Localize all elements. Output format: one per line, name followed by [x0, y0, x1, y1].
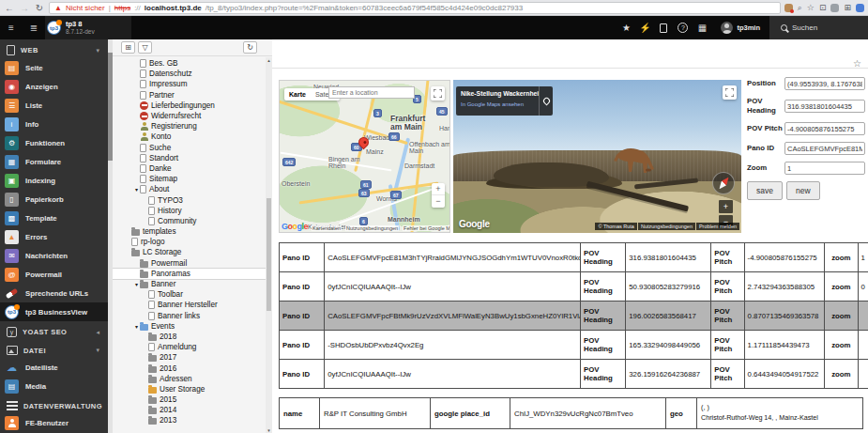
tree-item-2016[interactable]: 2016	[113, 363, 272, 373]
modulemenu-toggle-icon[interactable]: ≡	[0, 23, 23, 33]
address-bar[interactable]: ▲ Nicht sicher | https :// localhost.tp3…	[49, 2, 781, 14]
zoom-in-button[interactable]: +	[719, 200, 733, 213]
tree-item-bes-gb[interactable]: Bes. GB	[113, 58, 272, 69]
sidebar-item-fe-benutzer[interactable]: FE-Benutzer	[0, 413, 108, 432]
zoom-link[interactable]: zoom	[825, 272, 858, 302]
tree-item-2014[interactable]: 2014	[113, 405, 272, 415]
user-menu[interactable]: tp3min	[711, 16, 769, 39]
panorama-attribution-item[interactable]: © Thomas Ruta	[595, 223, 637, 230]
tree-item-powermail[interactable]: Powermail	[113, 258, 272, 269]
expand-arrow-icon[interactable]: ▾	[133, 186, 140, 193]
tree-item-about[interactable]: ▾About	[113, 184, 272, 194]
table-row[interactable]: Pano ID-SHDOsbUbDPxvbz4Qvx2EgPOV Heading…	[280, 331, 868, 360]
map-attribution-item[interactable]: Nutzungsbedingungen	[345, 225, 399, 231]
google-map[interactable]: NeuwiedFrankfurt am MainHanauWiesbadenOf…	[279, 80, 450, 233]
profile-icon[interactable]	[830, 4, 839, 12]
tree-item-konto[interactable]: Konto	[113, 131, 272, 142]
tree-item-templates[interactable]: templates	[113, 226, 272, 237]
sidebar-item-nachrichten[interactable]: ✉Nachrichten	[0, 246, 108, 265]
module-section-header[interactable]: DATEI▾	[0, 340, 108, 358]
bookmark-star-icon[interactable]: ☆	[807, 3, 815, 12]
module-section-header[interactable]: yYOAST SEO◂	[0, 321, 108, 340]
pov-pitch-input[interactable]	[784, 122, 865, 135]
sidebar-item-funktionen[interactable]: ⚙Funktionen	[0, 133, 108, 152]
tree-item-anmeldung[interactable]: Anmeldung	[113, 342, 272, 352]
browser-refresh-icon[interactable]: ↻	[34, 3, 45, 13]
extension-blue-icon[interactable]	[856, 4, 864, 12]
refresh-tree-button[interactable]: ↻	[243, 41, 257, 54]
zoom-input[interactable]	[784, 162, 865, 175]
page-tree-scrollbar[interactable]: ▴ ▾	[266, 57, 272, 433]
map-attribution-item[interactable]: Fehler bei Google Maps melden	[403, 225, 450, 231]
tree-item-community[interactable]: Community	[113, 216, 272, 226]
help-icon[interactable]: ?	[678, 23, 688, 33]
map-type-karte[interactable]: Karte	[284, 88, 311, 101]
scroll-up-icon[interactable]: ▴	[266, 57, 272, 63]
tree-item-typo3[interactable]: TYPO3	[113, 194, 272, 205]
sidebar-item-liste[interactable]: ☰Liste	[0, 96, 108, 115]
bookmarks-icon[interactable]: ★	[617, 23, 635, 33]
table-row[interactable]: Pano ID0yfJCnICQIUAAAQIt--IJwPOV Heading…	[280, 272, 868, 302]
filter-button[interactable]: ▽	[138, 41, 152, 54]
panorama-attribution-item[interactable]: Nutzungsbedingungen	[638, 223, 695, 230]
sidebar-item-seite[interactable]: ▤Seite	[0, 58, 108, 77]
tree-item-danke[interactable]: Danke	[113, 163, 272, 174]
sidebar-item-powermail[interactable]: @Powermail	[0, 265, 108, 284]
map-attribution-item[interactable]: Kartendaten	[312, 225, 342, 231]
sidebar-item-dateiliste[interactable]: ☁Dateiliste	[0, 358, 108, 377]
tree-item-2018[interactable]: 2018	[113, 332, 272, 342]
place-pin-icon[interactable]	[539, 86, 553, 116]
tree-item-standort[interactable]: Standort	[113, 153, 272, 163]
tree-item-banner-hersteller[interactable]: Banner Hersteller	[113, 300, 272, 310]
tree-item-2015[interactable]: 2015	[113, 394, 272, 405]
panorama-attribution-item[interactable]: Problem melden	[696, 223, 739, 230]
scrollbar-thumb[interactable]	[266, 198, 271, 311]
sidebar-item-anzeigen[interactable]: ◉Anzeigen	[0, 77, 108, 96]
tree-item-sitemap[interactable]: Sitemap	[113, 174, 272, 184]
tree-item-registrierung[interactable]: Registrierung	[113, 121, 272, 131]
systeminfo-icon[interactable]: ▦	[693, 23, 711, 33]
tree-item-lc-storage[interactable]: LC Storage	[113, 247, 272, 257]
tree-item-panoramas[interactable]: Panoramas	[113, 269, 272, 279]
view-in-google-maps-link[interactable]: In Google Maps ansehen	[461, 101, 536, 107]
new-button[interactable]: new	[786, 181, 820, 200]
topbar-search[interactable]: Suchen	[769, 16, 868, 39]
share-extension-icon[interactable]: ⊞	[844, 3, 851, 12]
browser-back-icon[interactable]: ←	[4, 3, 15, 13]
extension-icon[interactable]	[784, 4, 793, 12]
tree-item-events[interactable]: ▾Events	[113, 321, 272, 332]
clear-cache-icon[interactable]: ⚡	[635, 23, 654, 33]
sidebar-item-sprechende-urls[interactable]: Sprechende URLs	[0, 284, 108, 302]
caret-icon[interactable]: ▾	[96, 47, 102, 54]
map-fullscreen-button[interactable]	[431, 86, 445, 101]
zoom-extension-icon[interactable]: ⌕	[798, 3, 802, 13]
sidebar-item-info[interactable]: iInfo	[0, 115, 108, 133]
navigation-toggle-icon[interactable]: ≣	[23, 23, 45, 33]
tree-item-widerrufsrecht[interactable]: Widerrufsrecht	[113, 111, 272, 121]
module-section-header[interactable]: DATENVERWALTUNG▾	[0, 395, 108, 413]
scroll-down-icon[interactable]: ▾	[266, 427, 272, 433]
new-page-button[interactable]: ⊞	[121, 41, 135, 54]
pano-id-input[interactable]	[784, 142, 865, 155]
position-input[interactable]	[784, 77, 865, 90]
tree-item-datenschutz[interactable]: Datenschutz	[113, 69, 272, 79]
zoom-in-button[interactable]: +	[432, 183, 445, 195]
opendocs-icon[interactable]	[660, 23, 667, 33]
zoom-out-button[interactable]: −	[432, 195, 445, 208]
bookmark-star-icon[interactable]: ☆	[853, 58, 861, 69]
site-logo-block[interactable]: tp3 tp3 8 8.7.12-dev	[45, 16, 131, 39]
module-section-header[interactable]: WEB▾	[0, 39, 108, 58]
tree-item-lieferbedingungen[interactable]: Lieferbedingungen	[113, 101, 272, 111]
tree-item-suche[interactable]: Suche	[113, 143, 272, 153]
map-search-input[interactable]	[328, 86, 415, 99]
tree-item-banner-links[interactable]: Banner links	[113, 311, 272, 321]
tree-item-partner[interactable]: Partner	[113, 90, 272, 101]
panorama-fullscreen-button[interactable]	[723, 85, 737, 100]
street-view-panorama[interactable]: Nike-Stellung Wackernheim In Google Maps…	[453, 80, 741, 233]
sidebar-item-indexing[interactable]: ▣Indexing	[0, 171, 108, 190]
expand-arrow-icon[interactable]: ▾	[133, 323, 140, 330]
table-row[interactable]: Pano IDCAoSLEFGMVFpcFBtMk9rUzVzdXVLMFlWa…	[280, 302, 868, 331]
sidebar-item-errors[interactable]: ▲Errors	[0, 227, 108, 246]
tree-item-rp-logo[interactable]: rp-logo	[113, 237, 272, 247]
tree-item-toolbar[interactable]: Toolbar	[113, 289, 272, 300]
